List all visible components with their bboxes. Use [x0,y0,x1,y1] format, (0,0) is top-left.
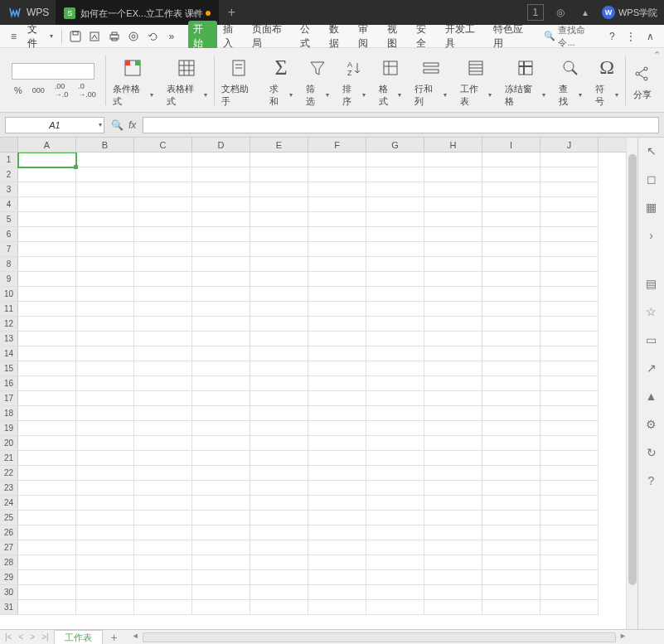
row-header[interactable]: 18 [0,406,18,421]
cell[interactable] [366,346,424,361]
cell[interactable] [540,287,599,302]
cell[interactable] [540,197,599,212]
cell[interactable] [424,466,482,481]
column-header[interactable]: C [134,138,192,152]
cell[interactable] [482,212,540,227]
hamburger-icon[interactable]: ≡ [5,27,22,46]
cell[interactable] [366,212,424,227]
row-header[interactable]: 27 [0,540,18,555]
cell[interactable] [366,182,424,197]
cell[interactable] [482,272,540,287]
search-command[interactable]: 🔍 查找命令... [544,24,599,49]
cell[interactable] [540,406,599,421]
cell[interactable] [250,540,308,555]
cell[interactable] [192,585,250,600]
cell[interactable] [250,466,308,481]
cell[interactable] [18,302,76,317]
cell[interactable] [482,257,540,272]
cell[interactable] [76,525,134,540]
cell[interactable] [308,197,366,212]
cell[interactable] [192,421,250,436]
cell[interactable] [308,317,366,332]
row-header[interactable]: 9 [0,272,18,287]
export-icon[interactable]: ↗ [643,360,660,376]
cell[interactable] [250,272,308,287]
cell[interactable] [482,585,540,600]
cell[interactable] [76,197,134,212]
cell[interactable] [540,481,599,496]
cell[interactable] [250,242,308,257]
cell[interactable] [308,466,366,481]
cell[interactable] [366,197,424,212]
help-panel-icon[interactable]: ? [643,472,660,489]
menu-home[interactable]: 开始 [188,21,217,52]
help-icon[interactable]: ? [603,27,621,46]
cell[interactable] [366,361,424,376]
cell[interactable] [366,540,424,555]
menu-dev-tools[interactable]: 开发工具 [441,21,487,52]
cell[interactable] [540,436,599,451]
conditional-format-button[interactable]: 条件格式▾ [106,48,160,112]
cell[interactable] [134,511,192,525]
cell[interactable] [424,436,482,451]
symbol-button[interactable]: Ω 符号▾ [589,48,625,112]
column-header[interactable]: I [482,138,540,152]
cell[interactable] [424,451,482,466]
cell[interactable] [482,600,540,615]
cell[interactable] [424,272,482,287]
cell[interactable] [482,332,540,346]
cell[interactable] [192,540,250,555]
cell[interactable] [366,242,424,257]
cell[interactable] [76,182,134,197]
horizontal-scrollbar[interactable] [143,632,616,642]
row-header[interactable]: 5 [0,212,18,227]
cell[interactable] [424,167,482,182]
more-icon[interactable]: ⋮ [623,27,640,46]
print-direct-icon[interactable] [124,27,142,46]
cell[interactable] [134,466,192,481]
row-header[interactable]: 16 [0,376,18,391]
add-sheet-button[interactable]: + [106,631,123,644]
cell[interactable] [76,466,134,481]
cell[interactable] [366,421,424,436]
cell[interactable] [18,197,76,212]
cell[interactable] [134,436,192,451]
cell[interactable] [76,332,134,346]
cell[interactable] [482,391,540,406]
menu-view[interactable]: 视图 [383,21,410,52]
cell[interactable] [18,361,76,376]
cell[interactable] [308,600,366,615]
cell[interactable] [540,391,599,406]
row-header[interactable]: 7 [0,242,18,257]
cell[interactable] [76,391,134,406]
menu-page-layout[interactable]: 页面布局 [248,21,294,52]
filter-button[interactable]: 筛选▾ [299,48,336,112]
settings-icon[interactable]: ⚙ [643,416,660,433]
cell[interactable] [134,406,192,421]
cell[interactable] [540,227,599,242]
cell[interactable] [366,227,424,242]
print-icon[interactable] [105,27,123,46]
cell[interactable] [134,346,192,361]
cell[interactable] [134,451,192,466]
cell[interactable] [192,496,250,511]
column-header[interactable]: E [250,138,308,152]
thousand-separator-button[interactable]: 000 [30,85,47,96]
cell[interactable] [18,242,76,257]
row-header[interactable]: 19 [0,421,18,436]
cell[interactable] [308,570,366,585]
cell[interactable] [308,511,366,525]
column-header[interactable]: F [308,138,366,152]
cell[interactable] [18,182,76,197]
cell[interactable] [76,600,134,615]
cell[interactable] [134,167,192,182]
cell[interactable] [424,332,482,346]
sheet-tab[interactable]: 工作表 [54,630,103,645]
cell[interactable] [482,496,540,511]
cell[interactable] [482,570,540,585]
cell[interactable] [366,511,424,525]
cell[interactable] [308,481,366,496]
cell[interactable] [424,361,482,376]
cell[interactable] [192,451,250,466]
cell[interactable] [192,242,250,257]
